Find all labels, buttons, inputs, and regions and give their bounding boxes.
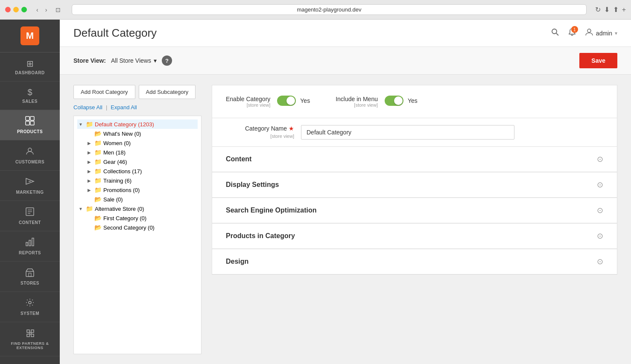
content-section-chevron-icon: ⊙: [597, 154, 603, 164]
display-settings-section-header[interactable]: Display Settings ⊙: [212, 172, 617, 198]
tree-node-collections[interactable]: ▶ 📁 Collections (17): [86, 166, 198, 176]
admin-avatar-icon: [585, 28, 593, 38]
enable-category-toggle-group: Yes: [277, 96, 310, 106]
browser-chrome: ‹ › ⊡ magento2-playground.dev ↻ ⬇ ⬆ +: [0, 0, 631, 20]
sidebar-item-system[interactable]: SYSTEM: [0, 292, 60, 322]
category-name-input[interactable]: [301, 125, 514, 140]
folder-open-icon: 📁: [86, 121, 93, 128]
maximize-traffic-light[interactable]: [21, 7, 27, 12]
notifications-button[interactable]: 1: [568, 28, 576, 38]
folder-closed-icon-whats-new: 📂: [94, 130, 102, 137]
window-toggle-button[interactable]: ⊡: [53, 6, 63, 14]
download-button[interactable]: ⬇: [604, 6, 610, 14]
design-section-header[interactable]: Design ⊙: [212, 249, 617, 274]
seo-section-title: Search Engine Optimization: [226, 207, 316, 214]
notification-count: 1: [571, 26, 578, 33]
category-name-scope: [store view]: [270, 134, 294, 139]
collapse-all-link[interactable]: Collapse All: [73, 104, 102, 111]
customers-icon: [25, 146, 35, 158]
sidebar-item-label-customers: CUSTOMERS: [15, 160, 44, 164]
include-menu-scope: [store view]: [336, 102, 378, 108]
tree-node-men[interactable]: ▶ 📁 Men (18): [86, 148, 198, 157]
forward-button[interactable]: ›: [43, 6, 50, 14]
share-button[interactable]: ⬆: [613, 6, 619, 14]
display-settings-chevron-icon: ⊙: [597, 180, 603, 189]
expand-icon-men: ▶: [86, 149, 93, 156]
seo-chevron-icon: ⊙: [597, 206, 603, 215]
minimize-traffic-light[interactable]: [13, 7, 19, 12]
right-panel: Enable Category [store view] Yes Incl: [212, 85, 617, 354]
sidebar-item-marketing[interactable]: MARKETING: [0, 171, 60, 201]
sidebar-item-customers[interactable]: CUSTOMERS: [0, 140, 60, 171]
sidebar-item-label-reports: REPORTS: [19, 250, 41, 255]
tree-node-first-category[interactable]: 📂 First Category (0): [86, 213, 198, 223]
page-title: Default Category: [73, 26, 157, 40]
sidebar-item-products[interactable]: PRODUCTS: [0, 110, 60, 140]
sidebar-item-label-marketing: MARKETING: [16, 190, 44, 195]
tree-node-default-category[interactable]: ▼ 📁 Default Category (1203): [77, 119, 198, 129]
svg-rect-11: [26, 242, 28, 246]
expand-icon-alternative: ▼: [77, 205, 84, 212]
main-content: Default Category 1: [60, 20, 631, 364]
expand-all-link[interactable]: Expand All: [111, 104, 137, 111]
save-button[interactable]: Save: [579, 53, 617, 68]
svg-rect-14: [26, 271, 34, 277]
expand-icon-first-cat: [86, 215, 93, 221]
svg-point-16: [29, 301, 31, 304]
help-button[interactable]: ?: [162, 55, 172, 66]
tree-node-alternative-store[interactable]: ▼ 📁 Alternative Store (0): [77, 204, 198, 213]
content-section-header[interactable]: Content ⊙: [212, 147, 617, 172]
tree-buttons: Add Root Category Add Subcategory: [73, 85, 202, 99]
tree-node-gear[interactable]: ▶ 📁 Gear (46): [86, 157, 198, 166]
enable-category-scope: [store view]: [226, 102, 270, 108]
include-menu-field: Include in Menu [store view] Yes: [336, 96, 418, 108]
tree-node-promotions[interactable]: ▶ 📁 Promotions (0): [86, 185, 198, 195]
tree-node-women[interactable]: ▶ 📁 Women (0): [86, 138, 198, 148]
products-in-category-section: Products in Category ⊙: [212, 224, 617, 249]
node-label-whats-new: What's New (0): [103, 131, 198, 137]
reload-button[interactable]: ↻: [595, 6, 601, 14]
add-subcategory-button[interactable]: Add Subcategory: [139, 85, 196, 99]
enable-category-toggle[interactable]: [277, 96, 296, 106]
sidebar-item-reports[interactable]: REPORTS: [0, 231, 60, 262]
address-bar[interactable]: magento2-playground.dev: [72, 4, 586, 15]
design-section: Design ⊙: [212, 249, 617, 275]
seo-section-header[interactable]: Search Engine Optimization ⊙: [212, 198, 617, 223]
svg-rect-13: [32, 238, 34, 246]
sidebar-item-stores[interactable]: STORES: [0, 262, 60, 292]
folder-closed-icon-women: 📁: [94, 140, 102, 146]
new-tab-button[interactable]: +: [622, 6, 626, 14]
tree-node-whats-new[interactable]: 📂 What's New (0): [86, 129, 198, 138]
svg-rect-3: [30, 121, 34, 125]
expand-icon-gear: ▶: [86, 158, 93, 165]
content-area: Add Root Category Add Subcategory Collap…: [60, 75, 631, 364]
close-traffic-light[interactable]: [5, 7, 11, 12]
folder-closed-icon-promotions: 📁: [94, 186, 102, 193]
sidebar-item-label-dashboard: DASHBOARD: [15, 70, 45, 75]
products-in-category-header[interactable]: Products in Category ⊙: [212, 224, 617, 249]
back-button[interactable]: ‹: [34, 6, 41, 14]
sidebar-item-dashboard[interactable]: ⊞ DASHBOARD: [0, 52, 60, 82]
display-settings-title: Display Settings: [226, 181, 279, 189]
sidebar-item-content[interactable]: CONTENT: [0, 201, 60, 231]
sidebar-item-sales[interactable]: $ SALES: [0, 82, 60, 110]
admin-user-menu[interactable]: admin ▾: [585, 28, 617, 38]
folder-closed-icon-gear: 📁: [94, 158, 102, 165]
include-menu-toggle-group: Yes: [385, 96, 418, 106]
tree-node-training[interactable]: ▶ 📁 Training (6): [86, 176, 198, 185]
search-button[interactable]: [551, 28, 559, 38]
sidebar-item-label-stores: STORES: [20, 281, 39, 285]
tree-node-sale[interactable]: 📂 Sale (0): [86, 195, 198, 204]
folder-closed-icon-second-cat: 📂: [94, 224, 102, 231]
svg-rect-2: [26, 121, 29, 125]
node-label-men: Men (18): [103, 149, 198, 156]
content-section: Content ⊙: [212, 147, 617, 172]
add-root-category-button[interactable]: Add Root Category: [73, 85, 135, 99]
sidebar-item-extensions[interactable]: FIND PARTNERS & EXTENSIONS: [0, 322, 60, 356]
products-icon: [25, 116, 35, 128]
tree-node-second-category[interactable]: 📂 Second Category (0): [86, 223, 198, 232]
products-in-category-chevron-icon: ⊙: [597, 231, 603, 241]
include-menu-toggle[interactable]: [385, 96, 403, 106]
store-view-select[interactable]: All Store Views ▾: [111, 57, 157, 64]
node-label-second-category: Second Category (0): [103, 224, 198, 231]
